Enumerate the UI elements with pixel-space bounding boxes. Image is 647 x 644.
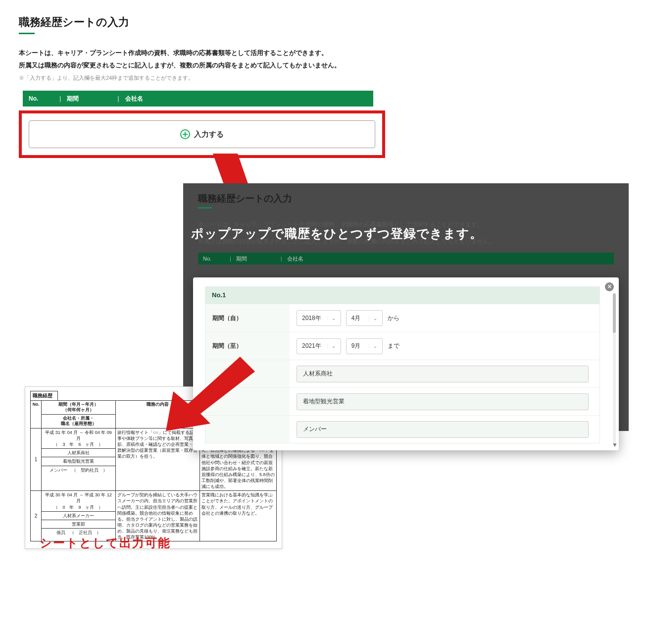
sheet-row-no: 2 [31, 491, 42, 541]
header-col-company: 会社名 [125, 95, 143, 103]
input-button-highlight: 入力する [19, 110, 385, 158]
sheet-row-content: グループが契約を締結している大手ハウスメーカーの内、担当エリア内の営業所へ訪問。… [116, 491, 200, 541]
sheet-head-no: No. [31, 401, 42, 429]
from-month-select[interactable]: 4月 ⌄ [346, 310, 383, 326]
to-year-value: 2021年 [302, 342, 321, 350]
bg-page-title: 職務経歴シートの入力 [198, 192, 614, 205]
chevron-down-icon: ⌄ [369, 343, 377, 349]
company-input[interactable] [297, 366, 589, 382]
header-col-period: 期間 [67, 95, 111, 103]
plus-icon [180, 129, 190, 139]
sheet-title: 職務経歴 [30, 391, 58, 400]
sheet-row-period: 平成 30 年 04 月 ～ 平成 30 年 12 月 （ 0 年 9 ヶ月 ） [42, 491, 115, 511]
form-row-role [205, 415, 599, 443]
sheet-row-content: 旅行情報サイト「○○」にて掲載する記事や体験プラン等に関する取材、写真撮影、原稿… [116, 428, 200, 490]
page-title: 職務経歴シートの入力 [19, 15, 385, 30]
header-separator: | [117, 95, 119, 102]
bg-title-underline [198, 207, 212, 209]
sheet-head-company: 会社名・所属・ 職名（雇用形態） [42, 414, 116, 428]
table-header: No. | 期間 | 会社名 [23, 91, 373, 107]
period-from-label: 期間（自） [205, 304, 290, 332]
header-separator: | [59, 95, 61, 102]
scrollbar-down-icon[interactable]: ▼ [612, 441, 618, 448]
to-year-select[interactable]: 2021年 ⌄ [297, 338, 341, 354]
bg-header-company: 会社名 [287, 255, 303, 263]
note-text: ※「入力する」より、記入欄を最大24枠まで追加することができます。 [19, 74, 385, 82]
from-suffix: から [388, 314, 399, 322]
form-row-period-from: 期間（自） 2018年 ⌄ 4月 ⌄ から [205, 304, 599, 332]
sheet-row-no: 1 [31, 428, 42, 490]
description-line-2: 所属又は職務の内容が変更されるごとに記入しますが、複数の所属の内容をまとめて記入… [19, 59, 385, 72]
to-month-select[interactable]: 9月 ⌄ [346, 338, 383, 354]
sheet-row-company: 人材系商社 [42, 448, 115, 457]
svg-marker-1 [166, 357, 255, 431]
scrollbar-thumb[interactable] [613, 293, 616, 333]
form-row-dept [205, 387, 599, 415]
add-entry-button[interactable]: 入力する [29, 120, 375, 148]
chevron-down-icon: ⌄ [327, 316, 336, 321]
sheet-row-dept: 営業部 [42, 520, 115, 528]
job-history-input-panel: 職務経歴シートの入力 本シートは、キャリア・プランシート作成時の資料、求職時の応… [19, 15, 385, 158]
chevron-down-icon: ⌄ [369, 316, 377, 321]
form-row-period-to: 期間（至） 2021年 ⌄ 9月 ⌄ まで [205, 332, 599, 360]
from-month-value: 4月 [351, 314, 361, 322]
sheet-row-learned: 営業職における基本的な知識を学ぶことができた。アポイントメントの取り方、メールの… [200, 491, 277, 541]
role-input[interactable] [297, 421, 589, 438]
bg-header-no: No. [203, 256, 225, 262]
sheet-row: 2 平成 30 年 04 月 ～ 平成 30 年 12 月 （ 0 年 9 ヶ月… [31, 491, 277, 541]
from-year-select[interactable]: 2018年 ⌄ [297, 310, 341, 326]
description-line-1: 本シートは、キャリア・プランシート作成時の資料、求職時の応募書類等として活用する… [19, 47, 385, 59]
entry-popup-dialog: ✕ ▼ No.1 期間（自） 2018年 ⌄ 4月 ⌄ から 期間（至） [193, 277, 619, 450]
form-row-company [205, 360, 599, 387]
close-button[interactable]: ✕ [605, 282, 614, 291]
arrow-to-sheet [166, 357, 255, 431]
period-to-label: 期間（至） [205, 332, 290, 360]
sheet-row-role: メンバー （ 契約社員 ） [42, 466, 115, 474]
sheet-output-caption: シートとして出力可能 [40, 535, 171, 551]
add-entry-button-label: 入力する [194, 130, 224, 139]
bg-header-period: 期間 [236, 255, 276, 263]
sheet-row-company: 人材系メーカー [42, 511, 115, 520]
close-icon: ✕ [607, 283, 612, 290]
sheet-row-dept: 着地型観光営業 [42, 457, 115, 465]
popup-caption: ポップアップで職歴をひとつずつ登録できます。 [191, 225, 483, 242]
sheet-head-period: 期間（年月～年月） （何年何ヶ月） [42, 401, 116, 415]
sheet-row-period: 平成 31 年 04 月 ～ 令和 04 年 09 月 （ 3 年 6 ヶ月 ） [42, 429, 115, 448]
bg-table-header: No. | 期間 | 会社名 [198, 253, 614, 265]
chevron-down-icon: ⌄ [327, 343, 336, 349]
entry-number-header: No.1 [205, 286, 600, 304]
to-month-value: 9月 [351, 342, 361, 350]
to-suffix: まで [388, 342, 399, 350]
dept-input[interactable] [297, 393, 589, 410]
header-col-no: No. [29, 95, 53, 102]
title-underline [19, 33, 35, 34]
from-year-value: 2018年 [302, 314, 321, 322]
